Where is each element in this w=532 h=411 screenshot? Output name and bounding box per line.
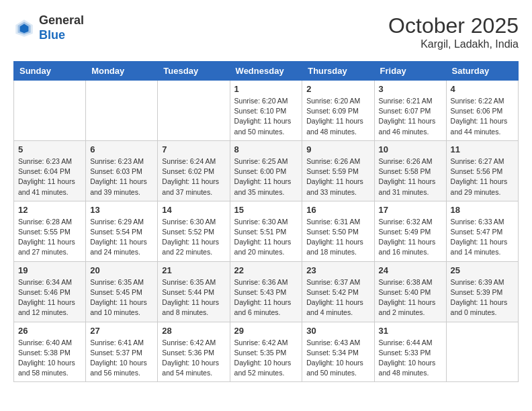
day-cell: 4Sunrise: 6:22 AM Sunset: 6:06 PM Daylig… xyxy=(446,81,518,141)
day-cell: 26Sunrise: 6:40 AM Sunset: 5:38 PM Dayli… xyxy=(14,322,86,382)
day-info: Sunrise: 6:20 AM Sunset: 6:10 PM Dayligh… xyxy=(234,96,298,137)
day-cell: 14Sunrise: 6:30 AM Sunset: 5:52 PM Dayli… xyxy=(158,201,230,261)
day-cell: 3Sunrise: 6:21 AM Sunset: 6:07 PM Daylig… xyxy=(374,81,446,141)
day-cell: 20Sunrise: 6:35 AM Sunset: 5:45 PM Dayli… xyxy=(86,261,158,322)
day-cell: 7Sunrise: 6:24 AM Sunset: 6:02 PM Daylig… xyxy=(158,140,230,201)
day-cell: 27Sunrise: 6:41 AM Sunset: 5:37 PM Dayli… xyxy=(86,322,158,382)
day-info: Sunrise: 6:33 AM Sunset: 5:47 PM Dayligh… xyxy=(451,217,514,258)
day-cell: 2Sunrise: 6:20 AM Sunset: 6:09 PM Daylig… xyxy=(302,81,374,141)
day-number: 25 xyxy=(451,265,514,275)
day-info: Sunrise: 6:40 AM Sunset: 5:38 PM Dayligh… xyxy=(18,338,81,379)
day-info: Sunrise: 6:41 AM Sunset: 5:37 PM Dayligh… xyxy=(90,338,153,379)
month-title: October 2025 xyxy=(388,13,519,38)
day-info: Sunrise: 6:24 AM Sunset: 6:02 PM Dayligh… xyxy=(162,156,225,197)
logo: General Blue xyxy=(13,13,84,42)
week-row-3: 12Sunrise: 6:28 AM Sunset: 5:55 PM Dayli… xyxy=(14,201,519,261)
day-cell: 15Sunrise: 6:30 AM Sunset: 5:51 PM Dayli… xyxy=(230,201,302,261)
day-number: 20 xyxy=(90,265,153,275)
day-info: Sunrise: 6:20 AM Sunset: 6:09 PM Dayligh… xyxy=(306,96,369,137)
title-block: October 2025 Kargil, Ladakh, India xyxy=(388,13,519,50)
logo-text: General Blue xyxy=(39,13,84,42)
day-number: 4 xyxy=(451,84,514,94)
day-info: Sunrise: 6:38 AM Sunset: 5:40 PM Dayligh… xyxy=(379,277,442,318)
weekday-header-sunday: Sunday xyxy=(14,62,86,81)
logo-icon xyxy=(13,17,35,39)
location: Kargil, Ladakh, India xyxy=(388,38,519,50)
day-info: Sunrise: 6:35 AM Sunset: 5:44 PM Dayligh… xyxy=(162,277,225,318)
day-info: Sunrise: 6:23 AM Sunset: 6:03 PM Dayligh… xyxy=(90,156,153,197)
weekday-header-saturday: Saturday xyxy=(446,62,518,81)
day-info: Sunrise: 6:30 AM Sunset: 5:52 PM Dayligh… xyxy=(162,217,225,258)
day-cell xyxy=(14,81,86,141)
day-info: Sunrise: 6:28 AM Sunset: 5:55 PM Dayligh… xyxy=(18,217,81,258)
day-number: 30 xyxy=(306,326,369,336)
day-info: Sunrise: 6:43 AM Sunset: 5:34 PM Dayligh… xyxy=(306,338,369,379)
day-cell xyxy=(446,322,518,382)
day-number: 11 xyxy=(451,144,514,154)
day-cell: 29Sunrise: 6:42 AM Sunset: 5:35 PM Dayli… xyxy=(230,322,302,382)
day-number: 24 xyxy=(379,265,442,275)
day-info: Sunrise: 6:26 AM Sunset: 5:58 PM Dayligh… xyxy=(379,156,442,197)
day-cell: 22Sunrise: 6:36 AM Sunset: 5:43 PM Dayli… xyxy=(230,261,302,322)
day-info: Sunrise: 6:35 AM Sunset: 5:45 PM Dayligh… xyxy=(90,277,153,318)
day-cell: 19Sunrise: 6:34 AM Sunset: 5:46 PM Dayli… xyxy=(14,261,86,322)
week-row-1: 1Sunrise: 6:20 AM Sunset: 6:10 PM Daylig… xyxy=(14,81,519,141)
day-info: Sunrise: 6:29 AM Sunset: 5:54 PM Dayligh… xyxy=(90,217,153,258)
day-number: 21 xyxy=(162,265,225,275)
day-info: Sunrise: 6:31 AM Sunset: 5:50 PM Dayligh… xyxy=(306,217,369,258)
day-cell: 28Sunrise: 6:42 AM Sunset: 5:36 PM Dayli… xyxy=(158,322,230,382)
weekday-header-tuesday: Tuesday xyxy=(158,62,230,81)
day-number: 27 xyxy=(90,326,153,336)
day-info: Sunrise: 6:30 AM Sunset: 5:51 PM Dayligh… xyxy=(234,217,298,258)
weekday-header-monday: Monday xyxy=(86,62,158,81)
day-cell: 18Sunrise: 6:33 AM Sunset: 5:47 PM Dayli… xyxy=(446,201,518,261)
day-cell: 16Sunrise: 6:31 AM Sunset: 5:50 PM Dayli… xyxy=(302,201,374,261)
day-number: 13 xyxy=(90,205,153,215)
day-cell: 13Sunrise: 6:29 AM Sunset: 5:54 PM Dayli… xyxy=(86,201,158,261)
day-cell: 11Sunrise: 6:27 AM Sunset: 5:56 PM Dayli… xyxy=(446,140,518,201)
day-number: 9 xyxy=(306,144,369,154)
day-number: 16 xyxy=(306,205,369,215)
day-number: 26 xyxy=(18,326,81,336)
weekday-header-friday: Friday xyxy=(374,62,446,81)
day-number: 8 xyxy=(234,144,298,154)
day-cell xyxy=(86,81,158,141)
day-cell: 1Sunrise: 6:20 AM Sunset: 6:10 PM Daylig… xyxy=(230,81,302,141)
day-info: Sunrise: 6:34 AM Sunset: 5:46 PM Dayligh… xyxy=(18,277,81,318)
day-cell: 31Sunrise: 6:44 AM Sunset: 5:33 PM Dayli… xyxy=(374,322,446,382)
weekday-header-row: SundayMondayTuesdayWednesdayThursdayFrid… xyxy=(14,62,519,81)
day-number: 1 xyxy=(234,84,298,94)
week-row-2: 5Sunrise: 6:23 AM Sunset: 6:04 PM Daylig… xyxy=(14,140,519,201)
day-number: 5 xyxy=(18,144,81,154)
day-number: 31 xyxy=(379,326,442,336)
day-info: Sunrise: 6:26 AM Sunset: 5:59 PM Dayligh… xyxy=(306,156,369,197)
day-info: Sunrise: 6:25 AM Sunset: 6:00 PM Dayligh… xyxy=(234,156,298,197)
week-row-5: 26Sunrise: 6:40 AM Sunset: 5:38 PM Dayli… xyxy=(14,322,519,382)
day-info: Sunrise: 6:44 AM Sunset: 5:33 PM Dayligh… xyxy=(379,338,442,379)
day-cell: 10Sunrise: 6:26 AM Sunset: 5:58 PM Dayli… xyxy=(374,140,446,201)
day-number: 23 xyxy=(306,265,369,275)
day-info: Sunrise: 6:42 AM Sunset: 5:35 PM Dayligh… xyxy=(234,338,298,379)
day-number: 2 xyxy=(306,84,369,94)
day-number: 17 xyxy=(379,205,442,215)
page-header: General Blue October 2025 Kargil, Ladakh… xyxy=(13,13,519,50)
day-number: 29 xyxy=(234,326,298,336)
weekday-header-wednesday: Wednesday xyxy=(230,62,302,81)
day-info: Sunrise: 6:36 AM Sunset: 5:43 PM Dayligh… xyxy=(234,277,298,318)
day-number: 10 xyxy=(379,144,442,154)
day-info: Sunrise: 6:21 AM Sunset: 6:07 PM Dayligh… xyxy=(379,96,442,137)
day-number: 14 xyxy=(162,205,225,215)
day-cell: 9Sunrise: 6:26 AM Sunset: 5:59 PM Daylig… xyxy=(302,140,374,201)
day-cell: 30Sunrise: 6:43 AM Sunset: 5:34 PM Dayli… xyxy=(302,322,374,382)
day-cell: 6Sunrise: 6:23 AM Sunset: 6:03 PM Daylig… xyxy=(86,140,158,201)
day-cell: 25Sunrise: 6:39 AM Sunset: 5:39 PM Dayli… xyxy=(446,261,518,322)
day-cell: 5Sunrise: 6:23 AM Sunset: 6:04 PM Daylig… xyxy=(14,140,86,201)
day-info: Sunrise: 6:22 AM Sunset: 6:06 PM Dayligh… xyxy=(451,96,514,137)
day-number: 19 xyxy=(18,265,81,275)
day-cell xyxy=(158,81,230,141)
day-number: 12 xyxy=(18,205,81,215)
day-info: Sunrise: 6:32 AM Sunset: 5:49 PM Dayligh… xyxy=(379,217,442,258)
day-number: 3 xyxy=(379,84,442,94)
day-info: Sunrise: 6:42 AM Sunset: 5:36 PM Dayligh… xyxy=(162,338,225,379)
week-row-4: 19Sunrise: 6:34 AM Sunset: 5:46 PM Dayli… xyxy=(14,261,519,322)
